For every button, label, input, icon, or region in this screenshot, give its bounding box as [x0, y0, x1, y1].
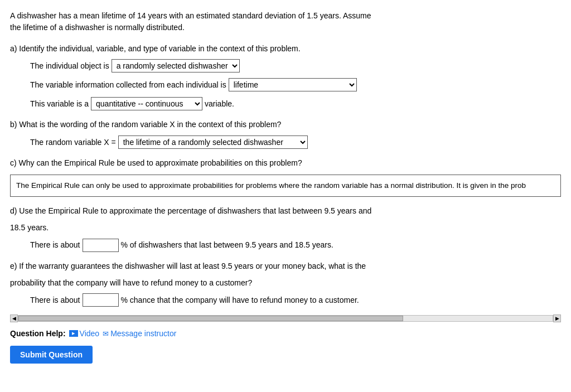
video-icon [69, 330, 78, 337]
section-d-prefix: There is about [30, 239, 80, 251]
question-help-label: Question Help: [10, 329, 66, 338]
random-variable-prefix: The random variable X = [30, 136, 116, 148]
section-d: d) Use the Empirical Rule to approximate… [10, 205, 561, 252]
intro-line2: the lifetime of a dishwasher is normally… [10, 23, 185, 32]
empirical-rule-box: The Empirical Rule can only be used to a… [10, 175, 561, 197]
section-d-row: There is about % of dishwashers that las… [30, 239, 561, 252]
section-b-label: b) What is the wording of the random var… [10, 118, 561, 130]
individual-prefix: The individual object is [30, 60, 109, 72]
section-e-label1: e) If the warranty guarantees the dishwa… [10, 260, 561, 272]
variable-select[interactable]: lifetime a randomly selected dishwasher … [229, 78, 357, 91]
scrollbar-left-arrow[interactable]: ◀ [10, 314, 18, 322]
intro-line1: A dishwasher has a mean lifetime of 14 y… [10, 11, 371, 20]
section-b: b) What is the wording of the random var… [10, 118, 561, 148]
section-d-input[interactable] [83, 239, 119, 252]
variable-prefix: The variable information collected from … [30, 79, 226, 91]
page-container: A dishwasher has a mean lifetime of 14 y… [0, 0, 571, 392]
video-link[interactable]: Video [69, 329, 100, 338]
section-d-suffix: % of dishwashers that last between 9.5 y… [121, 239, 333, 251]
type-row: This variable is a quantitative -- conti… [30, 97, 561, 110]
random-variable-row: The random variable X = the lifetime of … [30, 135, 561, 149]
video-label: Video [80, 329, 100, 338]
scrollbar-right-arrow[interactable]: ▶ [553, 314, 561, 322]
section-c: c) Why can the Empirical Rule be used to… [10, 157, 561, 197]
message-instructor-label: Message instructor [110, 329, 176, 338]
type-suffix: variable. [205, 98, 234, 110]
section-d-label1: d) Use the Empirical Rule to approximate… [10, 205, 561, 217]
submit-button[interactable]: Submit Question [10, 346, 93, 364]
question-help-row: Question Help: Video ✉ Message instructo… [10, 329, 561, 338]
message-instructor-link[interactable]: ✉ Message instructor [103, 329, 176, 338]
section-e-prefix: There is about [30, 294, 80, 306]
scrollbar-track[interactable] [18, 315, 553, 322]
section-e-suffix: % chance that the company will have to r… [121, 294, 359, 306]
section-e: e) If the warranty guarantees the dishwa… [10, 260, 561, 307]
intro-text: A dishwasher has a mean lifetime of 14 y… [10, 10, 561, 33]
section-c-label: c) Why can the Empirical Rule be used to… [10, 157, 561, 169]
scrollbar-thumb[interactable] [18, 316, 403, 321]
section-e-row: There is about % chance that the company… [30, 293, 561, 307]
mail-icon: ✉ [103, 330, 109, 338]
section-a-label: a) Identify the individual, variable, an… [10, 42, 561, 55]
type-prefix: This variable is a [30, 98, 89, 110]
type-select[interactable]: quantitative -- continuous qualitative q… [91, 97, 202, 110]
individual-select[interactable]: a randomly selected dishwasher lifetime … [112, 59, 240, 72]
variable-row: The variable information collected from … [30, 78, 561, 91]
section-e-label2: probability that the company will have t… [10, 277, 561, 289]
scrollbar-area[interactable]: ◀ ▶ [10, 314, 561, 322]
individual-row: The individual object is a randomly sele… [30, 59, 561, 72]
section-d-label2: 18.5 years. [10, 221, 561, 234]
section-a: a) Identify the individual, variable, an… [10, 42, 561, 110]
section-e-input[interactable] [83, 293, 119, 307]
random-variable-select[interactable]: the lifetime of a randomly selected dish… [118, 135, 308, 149]
